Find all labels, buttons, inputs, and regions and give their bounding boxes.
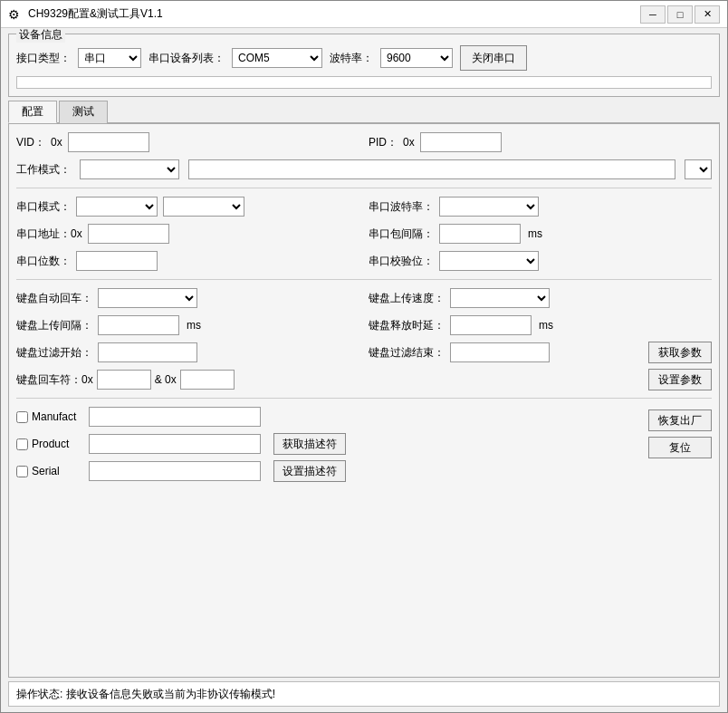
manufact-input[interactable] bbox=[89, 407, 261, 427]
keyboard-interval-unit: ms bbox=[187, 319, 201, 332]
minimize-button[interactable]: ─ bbox=[640, 5, 666, 24]
keyboard-enter-input2[interactable] bbox=[180, 370, 235, 390]
descriptor-section: Manufact Product 获取描述符 bbox=[16, 406, 712, 482]
set-desc-button[interactable]: 设置描述符 bbox=[273, 460, 346, 482]
vid-label: VID： bbox=[16, 135, 45, 150]
work-mode-extra-select[interactable] bbox=[685, 159, 712, 179]
serial-desc-row: Serial 设置描述符 bbox=[16, 460, 641, 482]
product-checkbox-label: Product bbox=[16, 438, 80, 450]
tab-config[interactable]: 配置 bbox=[8, 101, 57, 123]
serial-desc-input[interactable] bbox=[89, 461, 261, 481]
product-label: Product bbox=[32, 438, 69, 450]
keyboard-enter-label: 键盘回车符：0x bbox=[16, 372, 93, 388]
sep3 bbox=[16, 398, 712, 399]
serial-mode-row: 串口模式： 串口波特率： bbox=[16, 196, 712, 217]
serial-check-select[interactable] bbox=[439, 251, 539, 271]
serial-interval-input[interactable] bbox=[439, 224, 521, 244]
keyboard-filter-end-right: 键盘过滤结束： 获取参数 bbox=[369, 342, 712, 363]
title-bar: ⚙ CH9329配置&测试工具V1.1 ─ □ ✕ bbox=[1, 1, 727, 28]
serial-bits-input[interactable] bbox=[76, 251, 158, 271]
keyboard-enter-setparams-row: 键盘回车符：0x & 0x 设置参数 bbox=[16, 369, 712, 390]
keyboard-filter-row: 键盘过滤开始： 键盘过滤结束： 获取参数 bbox=[16, 342, 712, 363]
serial-addr-interval-row: 串口地址：0x 串口包间隔： ms bbox=[16, 223, 712, 245]
close-button[interactable]: ✕ bbox=[694, 5, 720, 24]
work-mode-select[interactable] bbox=[80, 159, 179, 179]
keyboard-auto-left: 键盘自动回车： bbox=[16, 288, 359, 308]
serial-bits-left: 串口位数： bbox=[16, 251, 359, 271]
serial-addr-input[interactable] bbox=[88, 224, 169, 244]
keyboard-enter-section: 键盘回车符：0x & 0x bbox=[16, 370, 359, 390]
manufact-checkbox[interactable] bbox=[16, 411, 28, 423]
serial-desc-label: Serial bbox=[32, 465, 60, 477]
product-row: Product 获取描述符 bbox=[16, 433, 641, 455]
pid-input[interactable] bbox=[420, 132, 502, 152]
sep1 bbox=[16, 188, 712, 188]
serial-addr-left: 串口地址：0x bbox=[16, 224, 359, 244]
serial-mode-select[interactable] bbox=[76, 197, 158, 217]
product-input[interactable] bbox=[89, 434, 261, 454]
serial-baud-select[interactable] bbox=[439, 197, 539, 217]
serial-device-select[interactable]: COM5 bbox=[232, 48, 322, 68]
serial-interval-unit: ms bbox=[528, 227, 542, 240]
window-content: 设备信息 接口类型： 串口 串口设备列表： COM5 波特率： 9600 关闭串… bbox=[1, 28, 727, 712]
keyboard-delay-right: 键盘释放时延： ms bbox=[369, 315, 712, 335]
set-params-button[interactable]: 设置参数 bbox=[648, 369, 712, 390]
app-icon: ⚙ bbox=[8, 7, 23, 22]
serial-mode-sub-select[interactable] bbox=[163, 197, 244, 217]
keyboard-filter-start-input[interactable] bbox=[98, 342, 197, 362]
main-window: ⚙ CH9329配置&测试工具V1.1 ─ □ ✕ 设备信息 接口类型： 串口 … bbox=[0, 0, 728, 713]
work-mode-desc-input[interactable] bbox=[188, 159, 675, 179]
device-info-group: 设备信息 接口类型： 串口 串口设备列表： COM5 波特率： 9600 关闭串… bbox=[8, 34, 720, 97]
sep2 bbox=[16, 279, 712, 280]
reset-button[interactable]: 复位 bbox=[648, 437, 712, 458]
keyboard-filter-end-input[interactable] bbox=[450, 342, 550, 362]
keyboard-enter-input1[interactable] bbox=[97, 370, 151, 390]
keyboard-speed-right: 键盘上传速度： bbox=[369, 288, 712, 308]
keyboard-filter-start-left: 键盘过滤开始： bbox=[16, 342, 359, 362]
get-desc-button[interactable]: 获取描述符 bbox=[273, 433, 346, 455]
tab-test[interactable]: 测试 bbox=[59, 101, 108, 123]
keyboard-release-delay-label: 键盘释放时延： bbox=[369, 318, 445, 333]
serial-interval-label: 串口包间隔： bbox=[369, 226, 434, 242]
product-checkbox[interactable] bbox=[16, 438, 28, 450]
serial-check-label: 串口校验位： bbox=[369, 254, 434, 269]
work-mode-row: 工作模式： bbox=[16, 159, 712, 180]
interface-type-label: 接口类型： bbox=[16, 51, 71, 66]
keyboard-auto-label: 键盘自动回车： bbox=[16, 291, 92, 306]
serial-desc-checkbox[interactable] bbox=[16, 466, 28, 477]
baud-rate-select[interactable]: 9600 bbox=[380, 48, 453, 68]
keyboard-upload-speed-select[interactable] bbox=[450, 288, 550, 308]
vid-pid-row: VID： 0x PID： 0x bbox=[16, 131, 712, 153]
serial-mode-left: 串口模式： bbox=[16, 197, 359, 217]
keyboard-interval-delay-row: 键盘上传间隔： ms 键盘释放时延： ms bbox=[16, 314, 712, 336]
keyboard-auto-select[interactable] bbox=[98, 288, 197, 308]
serial-baud-label: 串口波特率： bbox=[369, 199, 434, 215]
pid-label: PID： bbox=[369, 135, 398, 150]
keyboard-upload-interval-input[interactable] bbox=[98, 315, 179, 335]
serial-bits-check-row: 串口位数： 串口校验位： bbox=[16, 250, 712, 272]
device-info-title: 设备信息 bbox=[16, 28, 65, 43]
restore-button[interactable]: □ bbox=[667, 5, 693, 24]
tabs-section: 配置 测试 VID： 0x PID： 0x bbox=[8, 101, 720, 678]
serial-device-label: 串口设备列表： bbox=[148, 51, 225, 66]
close-serial-button[interactable]: 关闭串口 bbox=[460, 45, 527, 71]
window-title: CH9329配置&测试工具V1.1 bbox=[28, 6, 163, 22]
get-params-button[interactable]: 获取参数 bbox=[648, 342, 712, 363]
manufact-label: Manufact bbox=[32, 410, 76, 423]
keyboard-filter-end-label: 键盘过滤结束： bbox=[369, 345, 445, 361]
keyboard-upload-speed-label: 键盘上传速度： bbox=[369, 291, 445, 306]
keyboard-release-delay-input[interactable] bbox=[450, 315, 532, 335]
serial-mode-label: 串口模式： bbox=[16, 199, 71, 215]
manufact-checkbox-label: Manufact bbox=[16, 410, 80, 423]
baud-rate-label: 波特率： bbox=[330, 51, 373, 66]
vid-input[interactable] bbox=[68, 132, 149, 152]
keyboard-filter-start-label: 键盘过滤开始： bbox=[16, 345, 92, 361]
title-bar-left: ⚙ CH9329配置&测试工具V1.1 bbox=[8, 6, 163, 22]
interface-type-select[interactable]: 串口 bbox=[78, 48, 141, 68]
keyboard-enter-and: & 0x bbox=[155, 373, 177, 386]
tabs-row: 配置 测试 bbox=[8, 101, 720, 123]
work-mode-label: 工作模式： bbox=[16, 162, 71, 178]
title-bar-controls: ─ □ ✕ bbox=[640, 5, 720, 24]
progress-bar-container bbox=[16, 76, 712, 89]
restore-factory-button[interactable]: 恢复出厂 bbox=[648, 409, 712, 431]
